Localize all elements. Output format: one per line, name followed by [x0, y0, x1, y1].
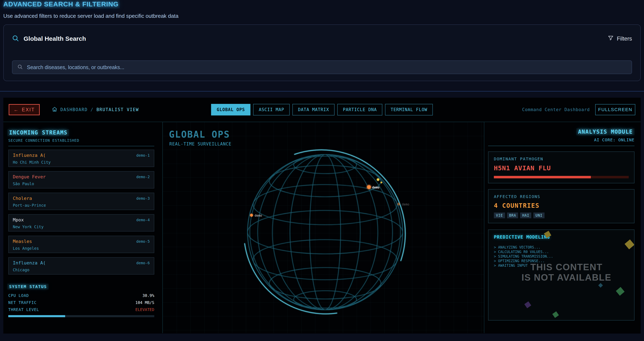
stream-id: demo-5 [136, 239, 150, 243]
analysis-subtitle: AI CORE: ONLINE [488, 137, 634, 142]
command-center-dashboard: ← EXIT DASHBOARD / BRUTALIST VIEW GLOBAL… [3, 98, 641, 333]
region-badge: HAI [520, 212, 531, 218]
marker-dot [250, 214, 253, 217]
marker-label: demo [254, 214, 262, 217]
status-row-cpu: CPU LOAD 30.9% [8, 292, 154, 299]
cpu-load-bar-fill [8, 315, 65, 317]
breadcrumb-current: BRUTALIST VIEW [96, 107, 139, 112]
funnel-icon [608, 35, 614, 43]
confetti-diamond [524, 301, 531, 308]
stream-location: Los Angeles [13, 246, 150, 251]
region-badge: UNI [533, 212, 544, 218]
context-label: Command Center Dashboard [522, 107, 590, 112]
dominant-pathogen-value: H5N1 AVIAN FLU [494, 164, 629, 172]
home-icon[interactable] [52, 106, 58, 113]
breadcrumb-separator: / [90, 107, 94, 112]
stream-id: demo-2 [136, 175, 150, 179]
global-ops-panel: GLOBAL OPS REAL-TIME SURVEILLANCE [163, 122, 484, 333]
terminal-line: > SIMULATING TRANSMISSION... [494, 254, 629, 259]
stream-disease: Measles [13, 239, 32, 244]
terminal-line: > ANALYZING VECTORS... [494, 245, 629, 249]
stream-item[interactable]: Dengue Fever demo-2 São Paulo [8, 171, 154, 188]
marker-dot [367, 185, 371, 189]
pathogen-bar [494, 176, 629, 178]
stream-location: Port-au-Prince [13, 203, 150, 208]
status-label: NET TRAFFIC [8, 300, 36, 305]
stream-id: demo-4 [136, 218, 150, 222]
status-label: CPU LOAD [8, 293, 29, 298]
search-input-container [12, 61, 632, 74]
stream-location: São Paulo [13, 181, 150, 186]
stream-item[interactable]: Mpox demo-4 New York City [8, 214, 154, 231]
stream-disease: Influenza A( [13, 153, 46, 158]
tab-ascii-map[interactable]: ASCII MAP [253, 104, 290, 116]
filters-label: Filters [617, 36, 632, 42]
affected-regions-value: 4 COUNTRIES [494, 202, 629, 209]
section-divider [0, 91, 644, 92]
tab-data-matrix[interactable]: DATA MATRIX [292, 104, 334, 116]
search-icon [12, 35, 19, 43]
fullscreen-button[interactable]: FULLSCREEN [595, 104, 635, 115]
confetti-diamond [552, 311, 559, 318]
confetti-diamond [598, 283, 603, 288]
outbreak-markers: demo demo demo [250, 178, 409, 217]
sidebar-subtitle: SECURE CONNECTION ESTABLISHED [8, 138, 154, 143]
tab-particle-dna[interactable]: PARTICLE DNA [337, 104, 382, 116]
status-label: THREAT LEVEL [8, 307, 39, 312]
predictive-modeling-card: PREDICTIVE MODELING > ANALYZING VECTORS.… [488, 229, 634, 320]
status-value: 30.9% [142, 293, 154, 298]
incoming-streams-panel: INCOMING STREAMS SECURE CONNECTION ESTAB… [3, 122, 163, 333]
stream-location: Chicago [13, 267, 150, 272]
globe-wireframe [248, 155, 403, 310]
analysis-divider [488, 146, 634, 146]
analysis-module-panel: ANALYSIS MODULE AI CORE: ONLINE DOMINANT… [484, 122, 641, 333]
orbit-ring-arcs [245, 150, 405, 314]
marker-dot-dim [397, 203, 400, 205]
search-input[interactable] [27, 64, 627, 70]
stream-item[interactable]: Cholera demo-3 Port-au-Prince [8, 193, 154, 210]
breadcrumb-dashboard[interactable]: DASHBOARD [60, 107, 88, 112]
tab-global-ops[interactable]: GLOBAL OPS [211, 104, 250, 116]
search-input-icon [17, 64, 23, 70]
stream-id: demo-1 [136, 153, 150, 157]
stream-list: Influenza A( demo-1 Ho Chi Minh City Den… [8, 150, 154, 275]
status-row-threat: THREAT LEVEL ELEVATED [8, 306, 154, 313]
marker-label: demo [402, 203, 409, 206]
filters-button[interactable]: Filters [608, 35, 632, 43]
exit-label: EXIT [22, 107, 35, 113]
search-card-title: Global Health Search [24, 35, 86, 42]
pathogen-bar-fill [494, 176, 591, 178]
stream-location: Ho Chi Minh City [13, 160, 150, 165]
stream-item[interactable]: Influenza A( demo-6 Chicago [8, 257, 154, 275]
stream-item[interactable]: Measles demo-5 Los Angeles [8, 236, 154, 253]
analysis-title: ANALYSIS MODULE [576, 128, 634, 135]
breadcrumb: DASHBOARD / BRUTALIST VIEW [52, 106, 139, 113]
marker-dot-yellow [377, 178, 379, 181]
stream-item[interactable]: Influenza A( demo-1 Ho Chi Minh City [8, 150, 154, 167]
status-value: ELEVATED [135, 307, 154, 312]
region-badge: BRA [507, 212, 518, 218]
dominant-pathogen-card: DOMINANT PATHOGEN H5N1 AVIAN FLU [488, 151, 634, 183]
confetti-diamond [616, 287, 624, 296]
stream-id: demo-3 [136, 196, 150, 200]
affected-regions-label: AFFECTED REGIONS [494, 194, 629, 199]
dominant-pathogen-label: DOMINANT PATHOGEN [494, 156, 629, 161]
stream-disease: Mpox [13, 217, 24, 222]
back-arrow-icon: ← [14, 107, 19, 113]
page-subtitle: Use advanced filters to reduce server lo… [3, 13, 178, 19]
stream-disease: Influenza A( [13, 260, 46, 265]
global-health-search-card: Global Health Search Filters [3, 25, 641, 81]
view-tabs: GLOBAL OPS ASCII MAP DATA MATRIX PARTICL… [211, 104, 433, 116]
status-value: 104 MB/S [135, 300, 154, 305]
tab-terminal-flow[interactable]: TERMINAL FLOW [385, 104, 433, 116]
stream-location: New York City [13, 224, 150, 229]
globe-canvas[interactable]: demo demo demo [163, 122, 484, 333]
marker-label: demo [372, 186, 380, 189]
predictive-modeling-title: PREDICTIVE MODELING [494, 234, 629, 240]
exit-button[interactable]: ← EXIT [9, 104, 40, 115]
dashboard-topbar: ← EXIT DASHBOARD / BRUTALIST VIEW GLOBAL… [3, 98, 641, 122]
status-row-net: NET TRAFFIC 104 MB/S [8, 299, 154, 306]
content-unavailable-watermark: THIS CONTENT IS NOT AVAILABLE [488, 262, 634, 283]
stream-disease: Dengue Fever [13, 174, 46, 179]
sidebar-divider [8, 146, 154, 146]
